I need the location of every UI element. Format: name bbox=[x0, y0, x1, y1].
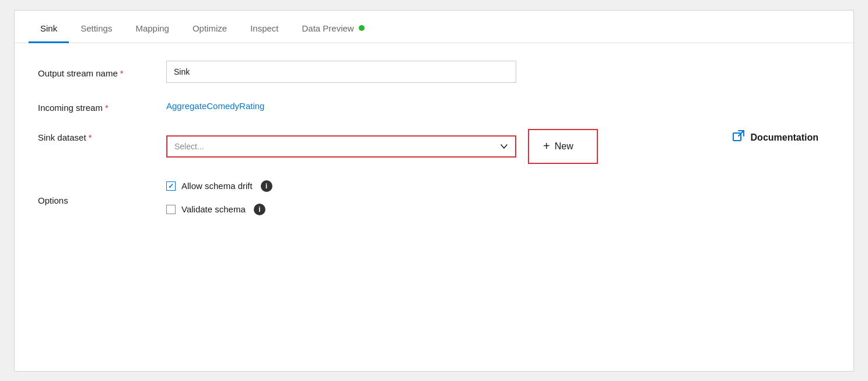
dropdown-arrow-icon[interactable] bbox=[493, 135, 515, 158]
output-stream-label: Output stream name * bbox=[38, 61, 166, 83]
documentation-label[interactable]: Documentation bbox=[751, 132, 818, 143]
tab-settings[interactable]: Settings bbox=[69, 15, 124, 43]
sink-dataset-required: * bbox=[89, 132, 92, 142]
allow-schema-drift-checkbox[interactable]: ✓ bbox=[166, 181, 176, 191]
output-stream-field-value bbox=[166, 61, 680, 83]
checkmark-icon: ✓ bbox=[168, 182, 174, 190]
incoming-stream-link[interactable]: AggregateComedyRating bbox=[166, 101, 264, 111]
tab-data-preview[interactable]: Data Preview bbox=[290, 15, 376, 43]
tab-inspect[interactable]: Inspect bbox=[239, 15, 290, 43]
new-button[interactable]: + New bbox=[528, 129, 598, 164]
tab-sink[interactable]: Sink bbox=[29, 15, 69, 43]
validate-schema-label: Validate schema bbox=[181, 204, 246, 214]
options-checkboxes: ✓ Allow schema drift i Validate schema i bbox=[166, 180, 680, 215]
tab-optimize[interactable]: Optimize bbox=[181, 15, 239, 43]
output-stream-required: * bbox=[120, 68, 124, 78]
validate-schema-info-icon[interactable]: i bbox=[254, 204, 265, 215]
main-content: Documentation Output stream name * Incom… bbox=[15, 43, 853, 233]
incoming-stream-field-value: AggregateComedyRating bbox=[166, 99, 680, 113]
validate-schema-checkbox[interactable] bbox=[166, 205, 176, 214]
incoming-stream-required: * bbox=[105, 103, 108, 113]
validate-schema-row: Validate schema i bbox=[166, 204, 680, 215]
output-stream-input[interactable] bbox=[166, 61, 516, 83]
select-placeholder: Select... bbox=[167, 142, 493, 151]
documentation-section[interactable]: Documentation bbox=[732, 130, 818, 146]
sink-dataset-field-value: Select... + New bbox=[166, 129, 680, 164]
sink-dataset-label: Sink dataset * bbox=[38, 129, 166, 164]
allow-schema-drift-row: ✓ Allow schema drift i bbox=[166, 180, 680, 192]
form: Output stream name * Incoming stream * A… bbox=[38, 61, 680, 215]
tab-bar: Sink Settings Mapping Optimize Inspect D… bbox=[15, 11, 853, 43]
options-label: Options bbox=[38, 180, 166, 215]
incoming-stream-label: Incoming stream * bbox=[38, 99, 166, 113]
validate-schema-checkbox-wrapper: Validate schema bbox=[166, 204, 246, 214]
new-button-label: New bbox=[555, 141, 573, 152]
allow-schema-drift-label: Allow schema drift bbox=[181, 181, 253, 191]
allow-schema-drift-checkbox-wrapper: ✓ Allow schema drift bbox=[166, 181, 253, 191]
new-button-plus-icon: + bbox=[543, 139, 550, 153]
tab-mapping[interactable]: Mapping bbox=[124, 15, 181, 43]
data-preview-status-dot bbox=[359, 25, 365, 31]
sink-dataset-select[interactable]: Select... bbox=[166, 135, 516, 158]
sink-dataset-new-wrapper: Select... + New bbox=[166, 129, 598, 164]
external-link-icon bbox=[732, 130, 745, 146]
allow-schema-drift-info-icon[interactable]: i bbox=[261, 180, 272, 192]
